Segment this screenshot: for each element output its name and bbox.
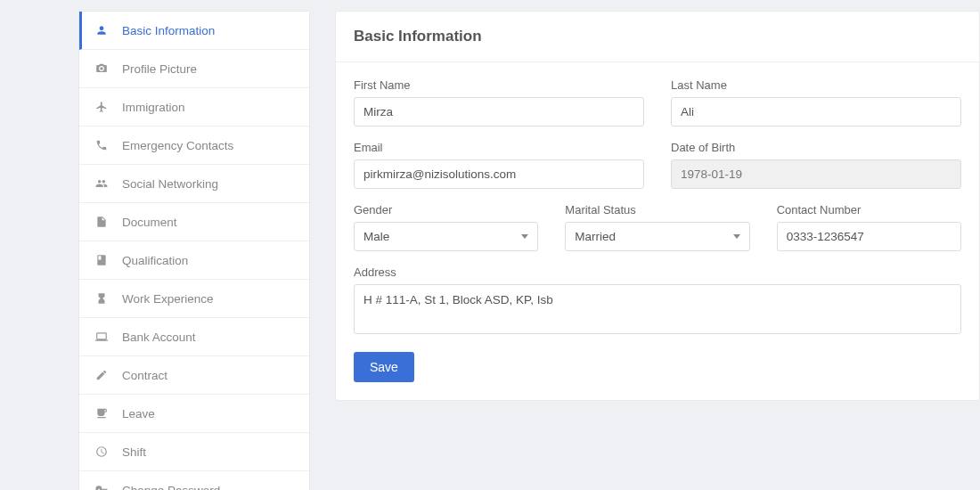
sidebar-item-contract[interactable]: Contract bbox=[79, 356, 309, 395]
sidebar-item-label: Contract bbox=[122, 369, 167, 382]
sidebar-item-label: Basic Information bbox=[122, 24, 215, 37]
marital-select[interactable]: Married bbox=[565, 222, 749, 251]
address-label: Address bbox=[354, 265, 961, 279]
chevron-down-icon bbox=[733, 234, 740, 239]
basic-info-panel: Basic Information First Name Last Name E… bbox=[335, 11, 980, 401]
sidebar-item-label: Shift bbox=[122, 445, 146, 459]
gender-value: Male bbox=[363, 230, 389, 243]
plane-icon bbox=[94, 99, 110, 115]
gender-label: Gender bbox=[354, 203, 538, 216]
sidebar-item-bank-account[interactable]: Bank Account bbox=[79, 318, 309, 356]
user-icon bbox=[94, 22, 110, 38]
sidebar-item-emergency-contacts[interactable]: Emergency Contacts bbox=[79, 127, 309, 165]
camera-icon bbox=[94, 61, 110, 77]
sidebar-item-label: Bank Account bbox=[122, 331, 196, 344]
sidebar-item-leave[interactable]: Leave bbox=[79, 395, 309, 433]
dob-label: Date of Birth bbox=[671, 141, 961, 154]
sidebar-item-label: Social Networking bbox=[122, 177, 218, 191]
last-name-input[interactable] bbox=[671, 97, 961, 127]
sidebar-item-label: Qualification bbox=[122, 254, 188, 267]
address-textarea[interactable] bbox=[354, 284, 961, 334]
contact-input[interactable] bbox=[777, 222, 961, 251]
panel-body: First Name Last Name Email Date of Birth… bbox=[336, 62, 979, 334]
sidebar-item-immigration[interactable]: Immigration bbox=[79, 88, 309, 127]
marital-value: Married bbox=[575, 230, 616, 243]
gender-select[interactable]: Male bbox=[354, 222, 538, 251]
sidebar-item-label: Emergency Contacts bbox=[122, 139, 233, 152]
email-label: Email bbox=[354, 141, 644, 154]
sidebar-item-label: Leave bbox=[122, 407, 155, 421]
sidebar-item-label: Document bbox=[122, 216, 177, 229]
sidebar-item-work-experience[interactable]: Work Experience bbox=[79, 280, 309, 318]
sidebar-item-basic-information[interactable]: Basic Information bbox=[79, 12, 309, 50]
hourglass-icon bbox=[94, 290, 110, 306]
users-icon bbox=[94, 176, 110, 192]
email-input[interactable] bbox=[354, 159, 644, 189]
sidebar-item-document[interactable]: Document bbox=[79, 203, 309, 241]
sidebar: Basic Information Profile Picture Immigr… bbox=[78, 11, 310, 490]
key-icon bbox=[94, 482, 110, 490]
first-name-label: First Name bbox=[354, 78, 644, 92]
book-icon bbox=[94, 252, 110, 268]
sidebar-item-shift[interactable]: Shift bbox=[79, 433, 309, 471]
clock-icon bbox=[94, 444, 110, 460]
sidebar-item-label: Profile Picture bbox=[122, 62, 197, 76]
sidebar-item-label: Work Experience bbox=[122, 292, 214, 306]
sidebar-item-profile-picture[interactable]: Profile Picture bbox=[79, 50, 309, 88]
sidebar-item-social-networking[interactable]: Social Networking bbox=[79, 165, 309, 203]
contact-label: Contact Number bbox=[777, 203, 961, 216]
first-name-input[interactable] bbox=[354, 97, 644, 127]
last-name-label: Last Name bbox=[671, 78, 961, 92]
sidebar-item-change-password[interactable]: Change Password bbox=[79, 471, 309, 490]
phone-icon bbox=[94, 137, 110, 153]
save-button[interactable]: Save bbox=[354, 352, 414, 382]
coffee-icon bbox=[94, 405, 110, 421]
laptop-icon bbox=[94, 329, 110, 345]
document-icon bbox=[94, 214, 110, 230]
pencil-icon bbox=[94, 367, 110, 383]
dob-input[interactable] bbox=[671, 159, 961, 189]
marital-label: Marital Status bbox=[565, 203, 749, 216]
sidebar-item-label: Change Password bbox=[122, 484, 220, 491]
sidebar-item-label: Immigration bbox=[122, 101, 185, 114]
panel-title: Basic Information bbox=[336, 12, 979, 62]
sidebar-item-qualification[interactable]: Qualification bbox=[79, 241, 309, 280]
chevron-down-icon bbox=[521, 234, 528, 239]
